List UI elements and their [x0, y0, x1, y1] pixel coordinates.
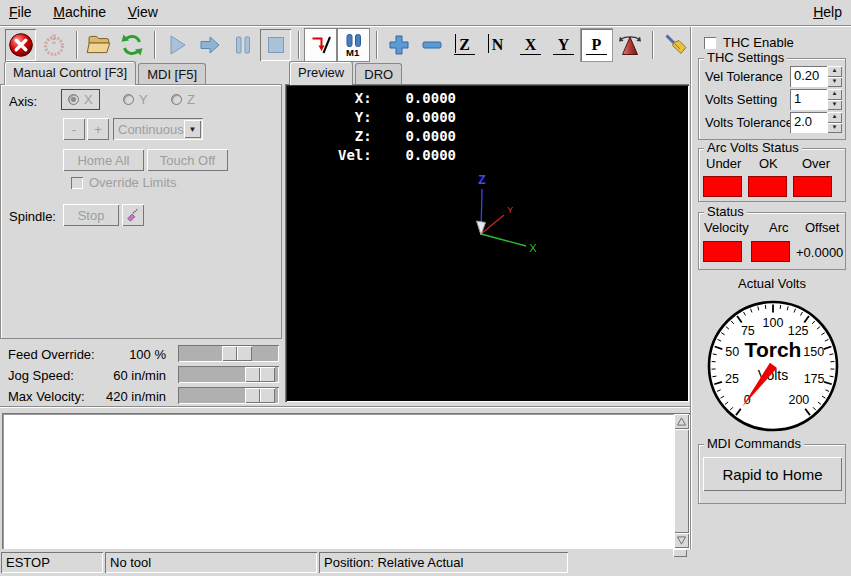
thc-enable-checkbox[interactable]: THC Enable: [704, 35, 794, 50]
view-x-letter: X: [525, 36, 537, 54]
tab-mdi[interactable]: MDI [F5]: [138, 63, 206, 85]
vel-tolerance-value[interactable]: 0.20: [790, 66, 827, 87]
toolbar-separator: [76, 31, 78, 59]
arrow-down-icon: [677, 536, 686, 545]
view-z-letter: Z: [459, 36, 470, 54]
view-perspective-button[interactable]: P: [581, 29, 612, 61]
estop-button[interactable]: [5, 29, 36, 61]
zoom-in-icon: [386, 32, 412, 58]
run-button[interactable]: [161, 29, 192, 61]
jog-plus-button[interactable]: +: [87, 118, 109, 140]
pause-button[interactable]: [227, 29, 258, 61]
axis-y-radio[interactable]: Y: [117, 90, 154, 109]
mdi-commands-title: MDI Commands: [704, 436, 804, 451]
spin-down-icon[interactable]: ▼: [827, 77, 842, 88]
stop-button[interactable]: [260, 29, 291, 61]
tab-preview[interactable]: Preview: [289, 61, 353, 85]
rotate-view-button[interactable]: [614, 29, 645, 61]
spin-up-icon[interactable]: ▲: [827, 89, 842, 100]
scroll-down-button[interactable]: [674, 533, 689, 548]
over-led: [793, 176, 832, 197]
slider-handle[interactable]: [245, 367, 275, 382]
preview-canvas[interactable]: X: 0.0000 Y: 0.0000 Z: 0.0000 Vel: 0.000…: [285, 84, 689, 402]
m1-label: M1: [346, 47, 360, 58]
clear-plot-button[interactable]: [659, 29, 690, 61]
scrollbar-thumb[interactable]: [674, 429, 689, 533]
touch-off-button[interactable]: Touch Off: [147, 149, 228, 171]
zoom-out-button[interactable]: [416, 29, 447, 61]
horizontal-sash[interactable]: [0, 406, 691, 408]
volts-setting-spinbox[interactable]: 1 ▲▼: [790, 89, 842, 110]
view-x-button[interactable]: X: [515, 29, 546, 61]
volts-tolerance-value[interactable]: 2.0: [790, 112, 827, 133]
radio-indicator: [171, 94, 182, 105]
vertical-sash[interactable]: [690, 27, 692, 549]
gauge-scale-label: 125: [788, 324, 809, 338]
override-limits-label: Override Limits: [89, 175, 176, 190]
spin-down-icon[interactable]: ▼: [827, 123, 842, 134]
volts-setting-value[interactable]: 1: [790, 89, 827, 110]
menu-item-machine[interactable]: Machine: [44, 0, 115, 24]
gauge-tick: [712, 376, 716, 377]
feed-override-slider[interactable]: [178, 345, 279, 362]
slider-handle[interactable]: [245, 388, 275, 403]
optional-pause-button[interactable]: M1: [338, 29, 369, 61]
step-button[interactable]: [194, 29, 225, 61]
gauge-scale-label: 25: [725, 372, 739, 386]
menu-item-help[interactable]: Help: [804, 0, 851, 24]
under-label: Under: [706, 156, 741, 171]
offset-label: Offset: [805, 220, 839, 235]
vel-tolerance-label: Vel Tolerance: [705, 69, 783, 84]
chevron-down-icon: ▼: [184, 120, 201, 138]
checkbox-indicator: [704, 37, 716, 49]
under-led: [703, 176, 742, 197]
slider-handle[interactable]: [222, 346, 252, 361]
jog-mode-select[interactable]: Continuous ▼: [113, 118, 203, 140]
jog-minus-button[interactable]: -: [63, 118, 85, 140]
spindle-label: Spindle:: [9, 209, 56, 224]
rapid-to-home-button[interactable]: Rapid to Home: [703, 457, 842, 491]
axis-x-radio[interactable]: X: [61, 89, 100, 110]
menu-item-view[interactable]: View: [119, 0, 167, 24]
override-limits-checkbox[interactable]: Override Limits: [71, 175, 176, 190]
zoom-in-button[interactable]: [383, 29, 414, 61]
status-cell-estop: ESTOP: [1, 552, 103, 573]
view-z-rotated-button[interactable]: N: [482, 29, 513, 61]
thc-settings-title: THC Settings: [704, 50, 787, 65]
bracket-line: [586, 54, 607, 55]
thc-enable-label: THC Enable: [723, 35, 794, 50]
axis-z-radio[interactable]: Z: [165, 90, 201, 109]
scroll-up-button[interactable]: [674, 414, 689, 429]
spinner-arrows: ▲▼: [827, 66, 842, 87]
preview-notebook-tabs: Preview DRO: [289, 62, 404, 85]
jog-speed-row: Jog Speed: 60 in/min: [0, 366, 282, 384]
spin-up-icon[interactable]: ▲: [827, 66, 842, 77]
tab-dro[interactable]: DRO: [355, 63, 402, 85]
estop-icon: [8, 32, 34, 58]
gcode-scrollbar[interactable]: [674, 414, 689, 548]
home-all-button[interactable]: Home All: [63, 149, 144, 171]
radio-indicator: [123, 94, 134, 105]
ok-label: OK: [759, 156, 778, 171]
tab-manual-control[interactable]: Manual Control [F3]: [4, 61, 136, 85]
open-file-button[interactable]: [83, 29, 114, 61]
view-y-button[interactable]: Y: [548, 29, 579, 61]
spindle-stop-button[interactable]: Stop: [63, 204, 119, 226]
spin-up-icon[interactable]: ▲: [827, 112, 842, 123]
status-title: Status: [704, 204, 747, 219]
volts-tolerance-spinbox[interactable]: 2.0 ▲▼: [790, 112, 842, 133]
spindle-brush-button[interactable]: [122, 204, 144, 226]
machine-power-button[interactable]: [38, 29, 69, 61]
vel-tolerance-spinbox[interactable]: 0.20 ▲▼: [790, 66, 842, 87]
max-velocity-slider[interactable]: [178, 387, 279, 404]
jog-speed-slider[interactable]: [178, 366, 279, 383]
skip-lines-button[interactable]: [305, 29, 336, 61]
spin-down-icon[interactable]: ▼: [827, 100, 842, 111]
reload-button[interactable]: [116, 29, 147, 61]
view-z-button[interactable]: Z: [449, 29, 480, 61]
max-velocity-value: 420 in/min: [106, 389, 166, 404]
menu-item-file[interactable]: File: [0, 0, 41, 24]
view-p-letter: P: [592, 36, 602, 54]
ok-led: [748, 176, 787, 197]
gcode-listing[interactable]: [2, 413, 690, 549]
